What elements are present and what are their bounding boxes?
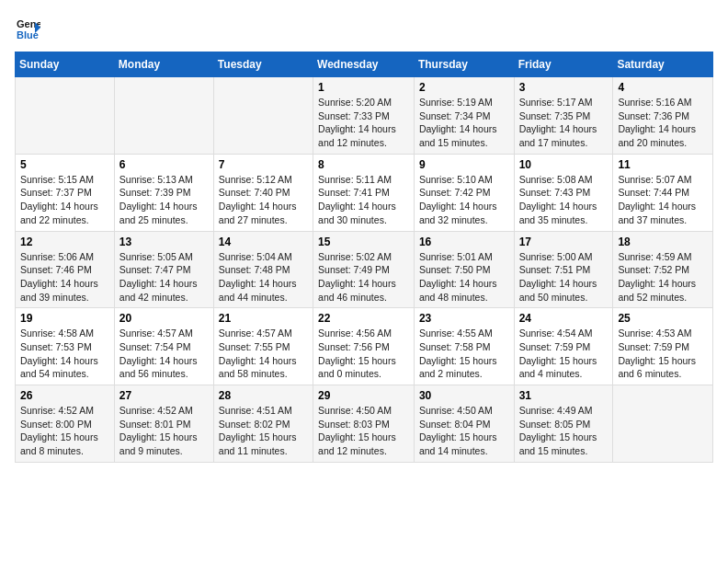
day-number: 28: [219, 389, 308, 402]
day-number: 22: [318, 312, 409, 325]
cell-details: Sunrise: 5:20 AM Sunset: 7:33 PM Dayligh…: [318, 96, 409, 150]
cell-details: Sunrise: 5:17 AM Sunset: 7:35 PM Dayligh…: [519, 96, 609, 150]
cell-details: Sunrise: 4:50 AM Sunset: 8:03 PM Dayligh…: [318, 404, 409, 458]
day-number: 2: [419, 81, 509, 94]
day-number: 9: [419, 158, 509, 171]
cell-details: Sunrise: 5:19 AM Sunset: 7:34 PM Dayligh…: [419, 96, 509, 150]
day-number: 23: [419, 312, 509, 325]
day-number: 24: [519, 312, 609, 325]
day-number: 7: [219, 158, 308, 171]
calendar-cell: 20Sunrise: 4:57 AM Sunset: 7:54 PM Dayli…: [114, 308, 213, 385]
calendar-cell: 16Sunrise: 5:01 AM Sunset: 7:50 PM Dayli…: [414, 231, 514, 308]
logo-icon: General Blue: [15, 15, 40, 40]
day-number: 10: [519, 158, 609, 171]
weekday-header: Tuesday: [213, 52, 313, 77]
day-number: 19: [20, 312, 109, 325]
calendar-cell: 29Sunrise: 4:50 AM Sunset: 8:03 PM Dayli…: [313, 385, 415, 463]
calendar-cell: 2Sunrise: 5:19 AM Sunset: 7:34 PM Daylig…: [414, 77, 514, 155]
cell-details: Sunrise: 5:06 AM Sunset: 7:46 PM Dayligh…: [20, 250, 109, 304]
cell-details: Sunrise: 5:07 AM Sunset: 7:44 PM Dayligh…: [618, 173, 708, 227]
weekday-header: Thursday: [414, 52, 514, 77]
calendar-cell: 19Sunrise: 4:58 AM Sunset: 7:53 PM Dayli…: [16, 308, 115, 385]
day-number: 26: [20, 389, 109, 402]
day-number: 20: [119, 312, 209, 325]
calendar-cell: 31Sunrise: 4:49 AM Sunset: 8:05 PM Dayli…: [514, 385, 613, 463]
day-number: 29: [318, 389, 409, 402]
calendar-cell: 4Sunrise: 5:16 AM Sunset: 7:36 PM Daylig…: [613, 77, 713, 155]
cell-details: Sunrise: 5:16 AM Sunset: 7:36 PM Dayligh…: [618, 96, 708, 150]
calendar-cell: [613, 385, 713, 463]
day-number: 13: [119, 236, 209, 248]
cell-details: Sunrise: 5:10 AM Sunset: 7:42 PM Dayligh…: [419, 173, 509, 227]
weekday-header: Saturday: [613, 52, 713, 77]
cell-details: Sunrise: 4:57 AM Sunset: 7:55 PM Dayligh…: [219, 327, 308, 381]
day-number: 17: [519, 236, 609, 248]
day-number: 31: [519, 389, 609, 402]
cell-details: Sunrise: 4:57 AM Sunset: 7:54 PM Dayligh…: [119, 327, 209, 381]
day-number: 6: [119, 158, 209, 171]
weekday-header: Sunday: [16, 52, 115, 77]
calendar-cell: 25Sunrise: 4:53 AM Sunset: 7:59 PM Dayli…: [613, 308, 713, 385]
calendar-cell: 23Sunrise: 4:55 AM Sunset: 7:58 PM Dayli…: [414, 308, 514, 385]
day-number: 4: [618, 81, 708, 94]
cell-details: Sunrise: 5:01 AM Sunset: 7:50 PM Dayligh…: [419, 250, 509, 304]
calendar-cell: 27Sunrise: 4:52 AM Sunset: 8:01 PM Dayli…: [114, 385, 213, 463]
day-number: 27: [119, 389, 209, 402]
cell-details: Sunrise: 5:12 AM Sunset: 7:40 PM Dayligh…: [219, 173, 308, 227]
day-number: 25: [618, 312, 708, 325]
day-number: 12: [20, 236, 109, 248]
calendar-week-row: 5Sunrise: 5:15 AM Sunset: 7:37 PM Daylig…: [16, 154, 713, 231]
day-number: 30: [419, 389, 509, 402]
calendar-cell: 28Sunrise: 4:51 AM Sunset: 8:02 PM Dayli…: [213, 385, 313, 463]
calendar-cell: 24Sunrise: 4:54 AM Sunset: 7:59 PM Dayli…: [514, 308, 613, 385]
cell-details: Sunrise: 5:05 AM Sunset: 7:47 PM Dayligh…: [119, 250, 209, 304]
calendar-cell: 9Sunrise: 5:10 AM Sunset: 7:42 PM Daylig…: [414, 154, 514, 231]
cell-details: Sunrise: 4:58 AM Sunset: 7:53 PM Dayligh…: [20, 327, 109, 381]
weekday-header: Friday: [514, 52, 613, 77]
calendar-cell: [213, 77, 313, 155]
calendar-cell: 15Sunrise: 5:02 AM Sunset: 7:49 PM Dayli…: [313, 231, 415, 308]
cell-details: Sunrise: 4:53 AM Sunset: 7:59 PM Dayligh…: [618, 327, 708, 381]
calendar-cell: 30Sunrise: 4:50 AM Sunset: 8:04 PM Dayli…: [414, 385, 514, 463]
cell-details: Sunrise: 4:49 AM Sunset: 8:05 PM Dayligh…: [519, 404, 609, 458]
calendar-header: SundayMondayTuesdayWednesdayThursdayFrid…: [16, 52, 713, 77]
calendar-cell: 14Sunrise: 5:04 AM Sunset: 7:48 PM Dayli…: [213, 231, 313, 308]
day-number: 21: [219, 312, 308, 325]
calendar-cell: [16, 77, 115, 155]
cell-details: Sunrise: 5:13 AM Sunset: 7:39 PM Dayligh…: [119, 173, 209, 227]
calendar-cell: 21Sunrise: 4:57 AM Sunset: 7:55 PM Dayli…: [213, 308, 313, 385]
calendar-week-row: 19Sunrise: 4:58 AM Sunset: 7:53 PM Dayli…: [16, 308, 713, 385]
day-number: 16: [419, 236, 509, 248]
day-number: 1: [318, 81, 409, 94]
calendar-cell: 17Sunrise: 5:00 AM Sunset: 7:51 PM Dayli…: [514, 231, 613, 308]
day-number: 18: [618, 236, 708, 248]
calendar-cell: 18Sunrise: 4:59 AM Sunset: 7:52 PM Dayli…: [613, 231, 713, 308]
calendar-cell: 13Sunrise: 5:05 AM Sunset: 7:47 PM Dayli…: [114, 231, 213, 308]
day-number: 8: [318, 158, 409, 171]
calendar-cell: 22Sunrise: 4:56 AM Sunset: 7:56 PM Dayli…: [313, 308, 415, 385]
calendar-cell: 11Sunrise: 5:07 AM Sunset: 7:44 PM Dayli…: [613, 154, 713, 231]
calendar-cell: 6Sunrise: 5:13 AM Sunset: 7:39 PM Daylig…: [114, 154, 213, 231]
calendar-cell: 8Sunrise: 5:11 AM Sunset: 7:41 PM Daylig…: [313, 154, 415, 231]
cell-details: Sunrise: 4:51 AM Sunset: 8:02 PM Dayligh…: [219, 404, 308, 458]
cell-details: Sunrise: 4:52 AM Sunset: 8:00 PM Dayligh…: [20, 404, 109, 458]
cell-details: Sunrise: 4:52 AM Sunset: 8:01 PM Dayligh…: [119, 404, 209, 458]
weekday-header: Wednesday: [313, 52, 415, 77]
calendar-cell: [114, 77, 213, 155]
cell-details: Sunrise: 4:54 AM Sunset: 7:59 PM Dayligh…: [519, 327, 609, 381]
weekday-header: Monday: [114, 52, 213, 77]
cell-details: Sunrise: 4:59 AM Sunset: 7:52 PM Dayligh…: [618, 250, 708, 304]
day-number: 11: [618, 158, 708, 171]
calendar-cell: 26Sunrise: 4:52 AM Sunset: 8:00 PM Dayli…: [16, 385, 115, 463]
calendar-week-row: 26Sunrise: 4:52 AM Sunset: 8:00 PM Dayli…: [16, 385, 713, 463]
calendar-cell: 3Sunrise: 5:17 AM Sunset: 7:35 PM Daylig…: [514, 77, 613, 155]
day-number: 14: [219, 236, 308, 248]
cell-details: Sunrise: 5:04 AM Sunset: 7:48 PM Dayligh…: [219, 250, 308, 304]
cell-details: Sunrise: 4:55 AM Sunset: 7:58 PM Dayligh…: [419, 327, 509, 381]
calendar-cell: 12Sunrise: 5:06 AM Sunset: 7:46 PM Dayli…: [16, 231, 115, 308]
calendar-week-row: 12Sunrise: 5:06 AM Sunset: 7:46 PM Dayli…: [16, 231, 713, 308]
logo: General Blue: [15, 15, 44, 40]
cell-details: Sunrise: 4:50 AM Sunset: 8:04 PM Dayligh…: [419, 404, 509, 458]
cell-details: Sunrise: 5:11 AM Sunset: 7:41 PM Dayligh…: [318, 173, 409, 227]
calendar-cell: 7Sunrise: 5:12 AM Sunset: 7:40 PM Daylig…: [213, 154, 313, 231]
